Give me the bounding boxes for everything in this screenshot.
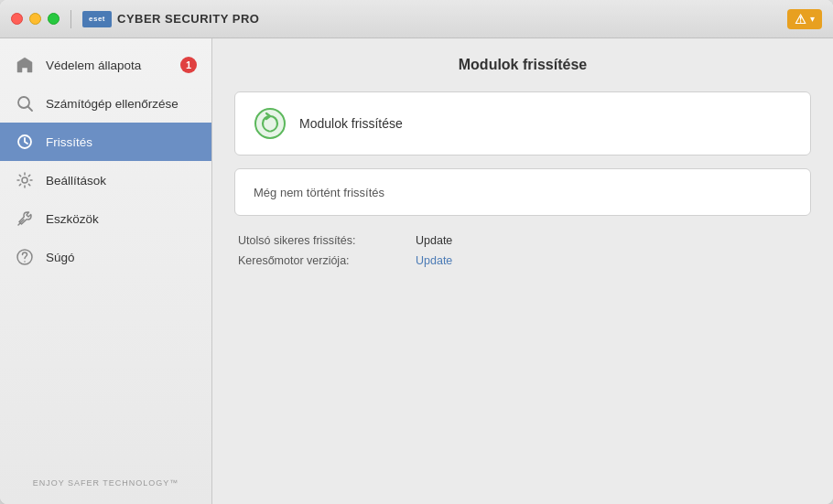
- update-icon: [15, 132, 35, 152]
- eset-logo: eset: [82, 11, 112, 27]
- sidebar-tools-label: Eszközök: [46, 212, 197, 226]
- svg-point-3: [22, 177, 27, 183]
- titlebar-logo: eset CYBER SECURITY PRO: [82, 11, 259, 27]
- close-button[interactable]: [11, 13, 23, 25]
- sidebar-footer: ENJOY SAFER TECHNOLOGY™: [0, 458, 211, 504]
- engine-version-label: Keresőmotor verziója:: [238, 254, 412, 267]
- tools-icon: [15, 209, 35, 229]
- footer-text: ENJOY SAFER TECHNOLOGY™: [33, 478, 179, 488]
- minimize-button[interactable]: [29, 13, 41, 25]
- traffic-lights: [11, 13, 60, 25]
- info-row-last-update: Utolsó sikeres frissítés: Update: [238, 234, 807, 247]
- app-window: eset CYBER SECURITY PRO ⚠ ▾ V: [0, 0, 833, 504]
- svg-point-5: [24, 261, 26, 263]
- update-card-label: Modulok frissítése: [299, 116, 403, 131]
- sidebar-item-update[interactable]: Frissítés: [0, 123, 211, 161]
- update-module-card[interactable]: Modulok frissítése: [234, 91, 811, 155]
- help-icon: [15, 247, 35, 267]
- titlebar-divider: [70, 10, 71, 28]
- warning-icon: ⚠: [795, 12, 806, 27]
- page-title: Modulok frissítése: [459, 57, 587, 72]
- sidebar-item-settings[interactable]: Beállítások: [0, 161, 211, 199]
- sidebar: Védelem állapota 1 Számítógép ellenőrzés…: [0, 38, 212, 504]
- last-update-label: Utolsó sikeres frissítés:: [238, 234, 412, 247]
- sidebar-item-scan[interactable]: Számítógép ellenőrzése: [0, 84, 211, 123]
- sidebar-settings-label: Beállítások: [46, 174, 197, 188]
- status-card: Még nem történt frissítés: [234, 168, 811, 216]
- warning-chevron-icon: ▾: [810, 14, 815, 24]
- content-header: Modulok frissítése: [234, 57, 811, 73]
- main-layout: Védelem állapota 1 Számítógép ellenőrzés…: [0, 38, 833, 504]
- gear-icon: [15, 170, 35, 190]
- warning-badge[interactable]: ⚠ ▾: [787, 9, 822, 29]
- info-section: Utolsó sikeres frissítés: Update Keresőm…: [234, 234, 811, 267]
- content-area: Modulok frissítése Modulok frissítése: [212, 38, 833, 504]
- status-text: Még nem történt frissítés: [254, 186, 384, 199]
- sidebar-item-help[interactable]: Súgó: [0, 238, 211, 276]
- svg-line-1: [28, 107, 33, 112]
- sidebar-help-label: Súgó: [46, 251, 197, 264]
- app-title: CYBER SECURITY PRO: [117, 12, 259, 26]
- engine-version-link[interactable]: Update: [416, 254, 452, 267]
- sidebar-nav: Védelem állapota 1 Számítógép ellenőrzés…: [0, 38, 211, 458]
- protection-badge: 1: [180, 57, 197, 73]
- sidebar-item-tools[interactable]: Eszközök: [0, 199, 211, 238]
- titlebar-warning: ⚠ ▾: [787, 9, 822, 29]
- titlebar: eset CYBER SECURITY PRO ⚠ ▾: [0, 0, 833, 38]
- home-icon: [15, 55, 35, 75]
- scan-icon: [15, 93, 35, 113]
- sidebar-scan-label: Számítógép ellenőrzése: [46, 97, 197, 111]
- sidebar-protection-label: Védelem állapota: [46, 59, 169, 72]
- info-row-engine-version: Keresőmotor verziója: Update: [238, 254, 807, 267]
- sidebar-update-label: Frissítés: [46, 135, 197, 149]
- maximize-button[interactable]: [48, 13, 60, 25]
- last-update-value: Update: [416, 234, 452, 247]
- sidebar-item-protection[interactable]: Védelem állapota 1: [0, 46, 211, 84]
- module-update-icon: [254, 107, 287, 140]
